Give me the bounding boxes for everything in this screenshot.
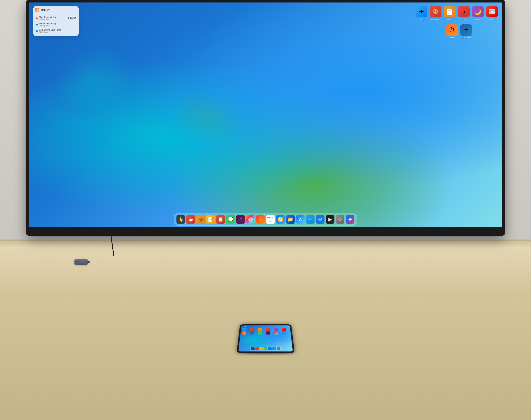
widget-row-3: Club Writing Club Timer Club Timer [35, 28, 77, 34]
tv-bezel: ⏱ TIMERY MacStories Writing Writing Time… [27, 0, 266, 210]
blue-indicator-3 [36, 30, 38, 32]
recording-indicator [36, 17, 38, 19]
widget-row-2-left: MacStories Writing Writing Time [36, 22, 56, 27]
widget-row-2: MacStories Writing Writing Time [35, 21, 77, 28]
blue-indicator-2 [36, 24, 38, 26]
tv-screen: ⏱ TIMERY MacStories Writing Writing Time… [29, 2, 266, 210]
wallpaper-swirl-2 [165, 84, 249, 153]
wallpaper-swirl-1 [44, 35, 144, 122]
widget-header: ⏱ TIMERY [35, 8, 77, 13]
widget-row-3-left: Club Writing Club Timer Club Timer [36, 29, 61, 33]
widget-row-1-subtitle: Writing Time [39, 18, 56, 20]
widget-app-name: TIMERY [41, 9, 50, 11]
widget-row-1-title: MacStories Writing [39, 16, 56, 18]
widget-row-1-time: 2:28:57 [68, 17, 76, 19]
widget-row-2-text: MacStories Writing Writing Time [39, 22, 56, 27]
timery-app-icon: ⏱ [35, 8, 39, 12]
widget-row-1: MacStories Writing Writing Time 2:28:57 [35, 15, 77, 21]
widget-row-2-subtitle: Writing Time [39, 25, 56, 27]
timery-widget: ⏱ TIMERY MacStories Writing Writing Time… [33, 6, 79, 36]
widget-row-3-title: Club Writing Club Timer [39, 29, 61, 31]
widget-row-3-text: Club Writing Club Timer Club Timer [39, 29, 61, 33]
widget-row-1-left: MacStories Writing Writing Time [36, 16, 56, 20]
widget-row-1-text: MacStories Writing Writing Time [39, 16, 56, 20]
room-scene: ⏱ TIMERY MacStories Writing Writing Time… [0, 0, 266, 210]
widget-row-3-subtitle: Club Timer [39, 31, 61, 33]
widget-row-2-title: MacStories Writing [39, 22, 56, 25]
